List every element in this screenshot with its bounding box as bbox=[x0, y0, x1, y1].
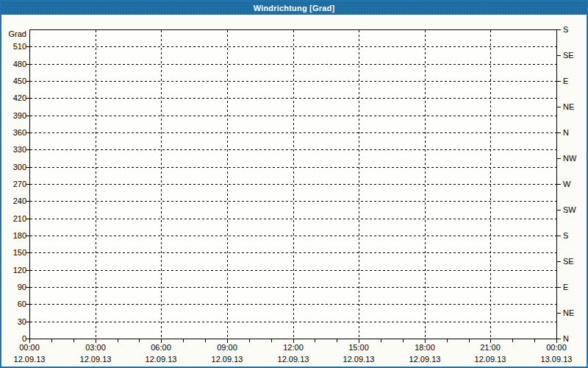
y-right-tick-label: S bbox=[563, 231, 568, 241]
y-left-tick-label: 420 bbox=[3, 93, 26, 103]
v-gridline bbox=[359, 30, 359, 339]
window-titlebar: Windrichtung [Grad] bbox=[1, 1, 587, 15]
x-minor-tick bbox=[337, 339, 337, 342]
y-right-tick-label: SE bbox=[563, 257, 574, 266]
y-right-tick-label: W bbox=[563, 180, 570, 189]
x-minor-tick bbox=[534, 339, 535, 342]
y-axis-unit-label: Grad bbox=[3, 29, 26, 39]
y-right-tick bbox=[557, 158, 561, 159]
chart-window: Windrichtung [Grad] Grad 030609012015018… bbox=[0, 0, 588, 368]
x-date-label: 12.09.13 bbox=[470, 355, 511, 364]
y-right-tick bbox=[557, 107, 561, 107]
y-left-tick-label: 510 bbox=[3, 42, 26, 52]
y-right-tick bbox=[557, 261, 561, 262]
x-minor-tick bbox=[183, 339, 184, 342]
y-left-tick-label: 330 bbox=[3, 145, 26, 155]
v-gridline bbox=[227, 30, 228, 339]
y-right-tick bbox=[557, 29, 561, 30]
x-time-label: 21:00 bbox=[473, 343, 508, 353]
x-date-label: 12.09.13 bbox=[207, 355, 248, 364]
x-minor-tick bbox=[512, 339, 513, 342]
y-right-tick-label: S bbox=[563, 25, 568, 35]
y-right-tick bbox=[557, 287, 561, 288]
x-time-label: 15:00 bbox=[341, 343, 376, 353]
y-right-tick-label: E bbox=[563, 283, 568, 292]
y-left-tick-label: 300 bbox=[3, 163, 26, 172]
window-title: Windrichtung [Grad] bbox=[254, 4, 335, 13]
y-left-tick-label: 120 bbox=[3, 266, 26, 275]
y-left-tick-label: 60 bbox=[3, 300, 26, 309]
x-date-label: 13.09.13 bbox=[536, 355, 577, 364]
x-minor-tick bbox=[271, 339, 272, 342]
x-date-label: 12.09.13 bbox=[273, 355, 314, 364]
v-gridline bbox=[293, 30, 294, 339]
y-right-tick-label: NW bbox=[563, 154, 576, 163]
x-date-label: 12.09.13 bbox=[75, 355, 116, 364]
y-right-tick-label: NE bbox=[563, 308, 574, 318]
y-right-tick bbox=[557, 184, 561, 185]
y-left-tick-label: 180 bbox=[3, 231, 26, 241]
y-right-tick bbox=[557, 210, 561, 210]
x-date-label: 12.09.13 bbox=[338, 355, 379, 364]
y-left-tick-label: 30 bbox=[3, 317, 26, 327]
y-left-tick-label: 390 bbox=[3, 111, 26, 121]
x-minor-tick bbox=[205, 339, 206, 342]
y-right-tick-label: SW bbox=[563, 205, 576, 215]
y-right-tick-label: N bbox=[563, 128, 569, 138]
x-minor-tick bbox=[381, 339, 381, 342]
x-minor-tick bbox=[74, 339, 74, 342]
y-left-tick-label: 480 bbox=[3, 60, 26, 69]
y-right-tick bbox=[557, 313, 561, 314]
y-left-tick-label: 210 bbox=[3, 214, 26, 224]
x-minor-tick bbox=[315, 339, 315, 342]
y-left-tick-label: 360 bbox=[3, 128, 26, 138]
x-time-label: 09:00 bbox=[209, 343, 245, 353]
x-minor-tick bbox=[118, 339, 118, 342]
x-time-label: 12:00 bbox=[276, 343, 311, 353]
chart-container: Grad 03060901201501802102402703003303603… bbox=[1, 15, 587, 367]
x-date-label: 12.09.13 bbox=[140, 355, 182, 364]
y-right-tick bbox=[557, 132, 561, 133]
x-minor-tick bbox=[139, 339, 140, 342]
v-gridline bbox=[425, 30, 426, 339]
x-time-label: 00:00 bbox=[12, 343, 47, 353]
x-minor-tick bbox=[469, 339, 470, 342]
y-right-tick bbox=[557, 55, 561, 56]
v-gridline bbox=[161, 30, 162, 339]
y-right-tick bbox=[557, 236, 561, 236]
x-date-label: 12.09.13 bbox=[9, 355, 50, 364]
y-right-tick-label: NE bbox=[563, 102, 574, 112]
y-right-tick bbox=[557, 339, 561, 339]
y-right-tick-label: SE bbox=[563, 51, 574, 60]
v-gridline bbox=[96, 30, 96, 339]
y-left-tick-label: 90 bbox=[3, 283, 26, 292]
y-left-tick-label: 270 bbox=[3, 180, 26, 189]
y-left-tick-label: 240 bbox=[3, 197, 26, 206]
y-right-tick bbox=[557, 81, 561, 82]
x-date-label: 12.09.13 bbox=[404, 355, 445, 364]
x-minor-tick bbox=[249, 339, 250, 342]
x-time-label: 18:00 bbox=[407, 343, 442, 353]
y-left-tick-label: 150 bbox=[3, 248, 26, 258]
x-time-label: 03:00 bbox=[78, 343, 113, 353]
v-gridline bbox=[490, 30, 491, 339]
y-right-tick-label: E bbox=[563, 77, 568, 86]
x-time-label: 06:00 bbox=[143, 343, 179, 353]
y-left-tick-label: 450 bbox=[3, 77, 26, 86]
x-minor-tick bbox=[403, 339, 404, 342]
x-time-label: 00:00 bbox=[539, 343, 574, 353]
x-minor-tick bbox=[447, 339, 448, 342]
x-minor-tick bbox=[51, 339, 52, 342]
